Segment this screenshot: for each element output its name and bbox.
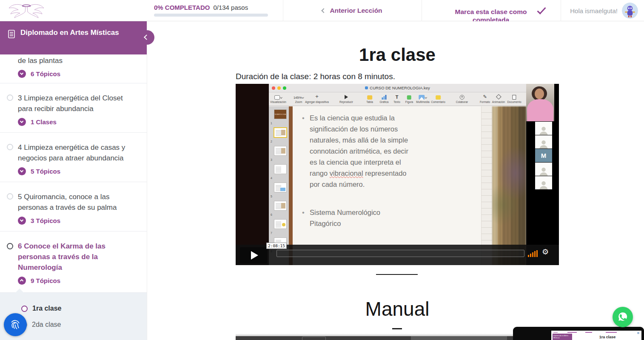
pip-header-mark: [585, 332, 592, 333]
slide-thumbnail: [274, 164, 287, 174]
play-button[interactable]: [240, 247, 267, 263]
pdf-toolbar[interactable]: [236, 336, 559, 340]
toolbar-label: Documento: [507, 100, 521, 103]
toolbar-label: Animación: [492, 100, 505, 103]
lesson-title: 5 Quiromancia, conoce a las personas a t…: [18, 191, 130, 213]
toolbar-label: Colaborar: [456, 100, 468, 103]
participant-tile: [535, 135, 552, 149]
pip-screen: Diplomado en Artes Místicas 1ra clase: [551, 331, 641, 340]
keynote-window-title: CURSO DE NUMEROLOGIA.key: [370, 86, 430, 90]
lesson-meta: 1 Clases: [31, 118, 57, 126]
wings-logo[interactable]: [7, 2, 46, 20]
window-traffic-lights: [272, 86, 286, 90]
topic-label: 1ra clase: [32, 305, 62, 312]
lesson-status-icon: [7, 243, 13, 249]
play-icon: [251, 251, 258, 260]
toolbar-label: Reproducir: [339, 100, 353, 103]
course-header: Diplomado en Artes Místicas: [0, 21, 147, 54]
check-icon: [537, 5, 546, 14]
user-greeting: Hola ismaelguta!: [561, 0, 644, 21]
toolbar-label: Texto: [393, 100, 400, 103]
fingerprint-icon: [8, 317, 23, 333]
toolbar-label: Gráfica: [380, 100, 389, 103]
pip-header-mark: [567, 332, 577, 333]
avatar[interactable]: [622, 3, 638, 19]
zoom-participants-strip: M: [526, 84, 559, 265]
lesson-meta: 9 Tópicos: [31, 277, 60, 284]
video-player[interactable]: CURSO DE NUMEROLOGIA.key Visualización 1…: [236, 84, 559, 265]
slide-number: 2: [271, 140, 272, 143]
top-header: 0% COMPLETADO 0/134 pasos Anterior Lecci…: [0, 0, 644, 21]
slide-thumbnail-selected: [274, 127, 287, 138]
volume-icon[interactable]: [528, 250, 538, 257]
topic-item-1ra-clase[interactable]: 1ra clase: [0, 303, 147, 314]
slide-painting-image: [492, 106, 526, 265]
slide-thumbnail: NUMEROLOGIA: [274, 109, 287, 119]
pip-mini-title: 1ra clase: [582, 335, 633, 339]
slide-number: 4: [271, 177, 272, 180]
topic-status-icon: [21, 306, 28, 312]
fingerprint-privacy-button[interactable]: [4, 313, 27, 336]
play-slideshow-icon: [345, 95, 348, 99]
pdf-toolbar-field[interactable]: [411, 336, 507, 340]
course-title: Diplomado en Artes Místicas: [20, 28, 130, 37]
greeting-text: Hola ismaelguta!: [570, 7, 618, 14]
chevron-up-icon[interactable]: [18, 277, 26, 285]
slide-number: 6: [271, 213, 272, 216]
progress-steps-label: 0/134 pasos: [213, 4, 248, 11]
zoom-window-icon: [283, 86, 286, 90]
sidebar-lesson-item[interactable]: 4 Limpieza energética de casas y negocio…: [0, 133, 147, 182]
sidebar-lesson-item-active[interactable]: 6 Conoce el Karma de las personas a trav…: [0, 231, 147, 293]
chevron-down-icon[interactable]: [18, 217, 26, 225]
slide-bullet-2: Sistema Numerológico Pitagórico: [302, 207, 410, 229]
chevron-down-icon[interactable]: [18, 70, 26, 78]
webcam-tile: [526, 84, 554, 121]
pdf-toolbar-button[interactable]: [302, 337, 326, 340]
toolbar-label: Comentario: [431, 100, 445, 103]
sidebar-lesson-item[interactable]: 5 Quiromancia, conoce a las personas a t…: [0, 182, 147, 231]
slide-number: 1: [271, 122, 272, 125]
slide-bullet-1: Es la ciencia que estudia la significaci…: [302, 112, 410, 190]
lesson-title: 3 Limpieza energética del Closet para re…: [18, 93, 130, 114]
course-progress: 0% COMPLETADO 0/134 pasos: [154, 4, 269, 17]
course-sidebar: Diplomado en Artes Místicas de las plant…: [0, 21, 147, 340]
previous-lesson-button[interactable]: Anterior Lección: [283, 0, 422, 21]
collaborate-icon: [459, 95, 464, 100]
section-divider: [376, 274, 418, 275]
close-icon: [272, 86, 275, 90]
slide-thumbnail: [274, 183, 287, 192]
sublist-notch: [15, 289, 24, 293]
sidebar-lesson-item[interactable]: de las plantas 6 Tópicos: [0, 54, 147, 83]
progress-bar: [154, 14, 268, 17]
pip-mini-window[interactable]: Diplomado en Artes Místicas 1ra clase: [513, 327, 644, 340]
slide-number: 5: [271, 195, 272, 198]
format-icon: [483, 94, 487, 100]
chevron-down-icon[interactable]: [18, 167, 26, 175]
animation-icon: [496, 94, 502, 100]
sidebar-collapse-button[interactable]: [140, 30, 154, 45]
keynote-toolbar: Visualización 145%Zoom Agregar diapositi…: [269, 92, 526, 106]
settings-gear-icon[interactable]: [542, 247, 549, 257]
slide-thumbnails-panel: 1NUMEROLOGIA 2 3 4 5 6 7 8: [269, 106, 289, 265]
slide-number: 3: [271, 158, 272, 161]
text-icon: [396, 94, 399, 100]
lesson-title: de las plantas: [18, 55, 130, 66]
mark-complete-button[interactable]: Marca esta clase como completada: [422, 0, 561, 21]
keynote-body: 1NUMEROLOGIA 2 3 4 5 6 7 8 Es la ciencia…: [269, 106, 526, 265]
previous-lesson-label: Anterior Lección: [330, 7, 382, 14]
slide-thumbnail: [274, 201, 287, 211]
lesson-title: 6 Conoce el Karma de las personas a trav…: [18, 241, 130, 273]
whatsapp-button[interactable]: [613, 307, 633, 327]
slide-border-stripe: [289, 106, 293, 265]
chevron-down-icon[interactable]: [18, 118, 26, 126]
chart-icon: [385, 95, 386, 100]
toolbar-label: Formato: [480, 100, 490, 103]
sidebar-lesson-item[interactable]: 3 Limpieza energética del Closet para re…: [0, 83, 147, 133]
toolbar-label: Multimedia: [416, 100, 429, 103]
misspelled-word: vibracional: [330, 169, 363, 177]
seek-bar[interactable]: [276, 250, 524, 257]
lesson-meta: 5 Tópicos: [31, 168, 60, 175]
lesson-meta: 6 Tópicos: [31, 70, 60, 77]
media-icon: [419, 95, 425, 100]
slide-number: 7: [271, 231, 272, 234]
